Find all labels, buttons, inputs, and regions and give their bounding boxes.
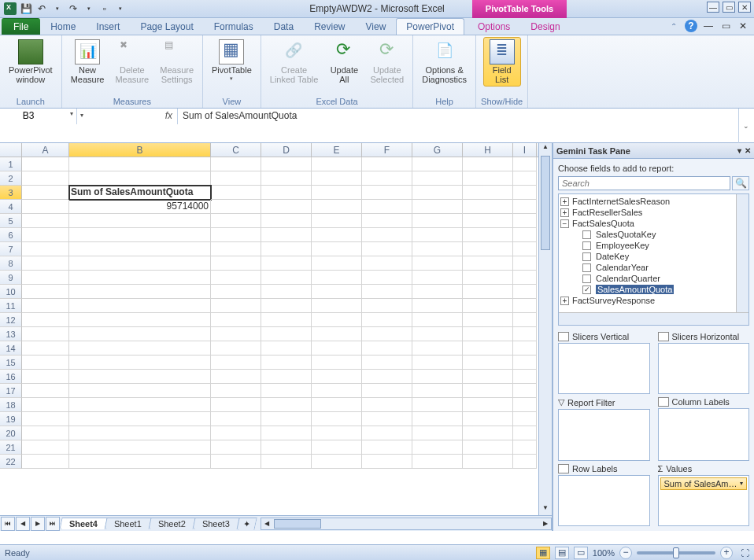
cell-I17[interactable] <box>513 384 537 398</box>
cell-B18[interactable] <box>69 398 211 412</box>
cell-D3[interactable] <box>261 186 312 200</box>
expand-icon[interactable]: + <box>560 297 569 305</box>
row-header-3[interactable]: 3 <box>0 186 22 200</box>
cell-H2[interactable] <box>463 171 513 186</box>
cell-G2[interactable] <box>412 171 463 186</box>
search-button[interactable]: 🔍 <box>732 176 749 190</box>
cell-B9[interactable] <box>69 271 211 285</box>
cell-H16[interactable] <box>463 370 513 384</box>
checkbox-icon[interactable] <box>582 274 591 283</box>
powerpivot-window-button[interactable]: PowerPivot window <box>5 37 57 87</box>
field-employeekey[interactable]: EmployeeKey <box>560 240 747 251</box>
cell-E3[interactable] <box>312 186 362 200</box>
cell-F12[interactable] <box>362 313 412 327</box>
cell-I4[interactable] <box>513 200 537 214</box>
cell-D15[interactable] <box>261 356 312 370</box>
cell-B14[interactable] <box>69 341 211 356</box>
cell-E9[interactable] <box>312 271 362 285</box>
task-pane-close-icon[interactable]: ✕ <box>745 146 751 155</box>
cell-E4[interactable] <box>312 200 362 214</box>
cell-D4[interactable] <box>261 200 312 214</box>
cell-I14[interactable] <box>513 341 537 356</box>
cell-B3[interactable]: Sum of SalesAmountQuota <box>69 186 211 200</box>
cell-A20[interactable] <box>22 426 69 440</box>
undo-icon[interactable]: ↶ <box>35 2 49 16</box>
cell-G11[interactable] <box>412 299 463 313</box>
cell-C22[interactable] <box>211 455 261 469</box>
column-header-e[interactable]: E <box>312 143 362 157</box>
fieldlist-vscroll[interactable] <box>736 194 748 312</box>
select-all-corner[interactable] <box>0 143 22 157</box>
cell-H5[interactable] <box>463 214 513 228</box>
cell-H1[interactable] <box>463 157 513 171</box>
column-header-b[interactable]: B <box>69 143 211 157</box>
cell-D2[interactable] <box>261 171 312 186</box>
cell-C12[interactable] <box>211 313 261 327</box>
column-header-f[interactable]: F <box>362 143 412 157</box>
tab-formulas[interactable]: Formulas <box>204 18 264 35</box>
values-item-sum[interactable]: Sum of SalesAm… ▾ <box>660 477 748 490</box>
cell-E1[interactable] <box>312 157 362 171</box>
row-header-1[interactable]: 1 <box>0 157 22 171</box>
cell-B1[interactable] <box>69 157 211 171</box>
row-header-22[interactable]: 22 <box>0 455 22 469</box>
chevron-down-icon[interactable]: ▾ <box>740 480 743 487</box>
workbook-restore-icon[interactable]: ▭ <box>719 20 732 32</box>
cell-C9[interactable] <box>211 271 261 285</box>
cell-D7[interactable] <box>261 242 312 256</box>
save-icon[interactable]: 💾 <box>19 2 33 16</box>
view-page-layout-button[interactable]: ▤ <box>555 547 569 559</box>
update-all-button[interactable]: Update All <box>325 37 363 87</box>
cell-C10[interactable] <box>211 285 261 299</box>
zoom-knob[interactable] <box>673 547 679 558</box>
values-box[interactable]: Sum of SalesAm… ▾ <box>658 475 750 526</box>
name-box[interactable]: ▾ <box>0 109 77 124</box>
cell-H20[interactable] <box>463 426 513 440</box>
formula-bar[interactable]: Sum of SalesAmountQuota <box>178 109 754 124</box>
cell-I13[interactable] <box>513 327 537 341</box>
column-labels-box[interactable] <box>658 408 750 460</box>
field-salesamountquota[interactable]: ✓SalesAmountQuota <box>560 284 747 295</box>
fullscreen-icon[interactable]: ⛶ <box>741 548 749 558</box>
cell-B4[interactable]: 95714000 <box>69 200 211 214</box>
cell-I21[interactable] <box>513 440 537 455</box>
sheet-nav-first-icon[interactable]: ⏮ <box>1 517 15 531</box>
field-salesquotakey[interactable]: SalesQuotaKey <box>560 229 747 240</box>
cell-C6[interactable] <box>211 228 261 242</box>
cell-B15[interactable] <box>69 356 211 370</box>
cell-D16[interactable] <box>261 370 312 384</box>
cell-F8[interactable] <box>362 256 412 271</box>
close-button[interactable]: ✕ <box>738 2 751 13</box>
cell-A22[interactable] <box>22 455 69 469</box>
pivottable-button[interactable]: PivotTable ▾ <box>208 37 256 84</box>
cell-F18[interactable] <box>362 398 412 412</box>
cell-D8[interactable] <box>261 256 312 271</box>
cell-F1[interactable] <box>362 157 412 171</box>
collapse-icon[interactable]: − <box>560 219 569 228</box>
cell-E11[interactable] <box>312 299 362 313</box>
cell-A16[interactable] <box>22 370 69 384</box>
cell-B20[interactable] <box>69 426 211 440</box>
row-header-2[interactable]: 2 <box>0 171 22 186</box>
cell-E12[interactable] <box>312 313 362 327</box>
scroll-thumb-vertical[interactable] <box>541 156 550 250</box>
cell-H8[interactable] <box>463 256 513 271</box>
cell-B6[interactable] <box>69 228 211 242</box>
fx-icon[interactable]: fx <box>165 110 172 121</box>
cell-E7[interactable] <box>312 242 362 256</box>
cell-F14[interactable] <box>362 341 412 356</box>
cell-G16[interactable] <box>412 370 463 384</box>
cell-A19[interactable] <box>22 412 69 426</box>
cell-B10[interactable] <box>69 285 211 299</box>
cell-E18[interactable] <box>312 398 362 412</box>
row-header-10[interactable]: 10 <box>0 285 22 299</box>
cell-G7[interactable] <box>412 242 463 256</box>
zoom-level[interactable]: 100% <box>593 548 615 558</box>
zoom-out-button[interactable]: − <box>619 547 632 559</box>
view-normal-button[interactable]: ▦ <box>536 547 550 559</box>
cell-I19[interactable] <box>513 412 537 426</box>
column-header-a[interactable]: A <box>22 143 69 157</box>
sheet-nav-last-icon[interactable]: ⏭ <box>46 517 60 531</box>
table-factsalesquota[interactable]: −FactSalesQuota <box>560 218 747 229</box>
cell-H22[interactable] <box>463 455 513 469</box>
